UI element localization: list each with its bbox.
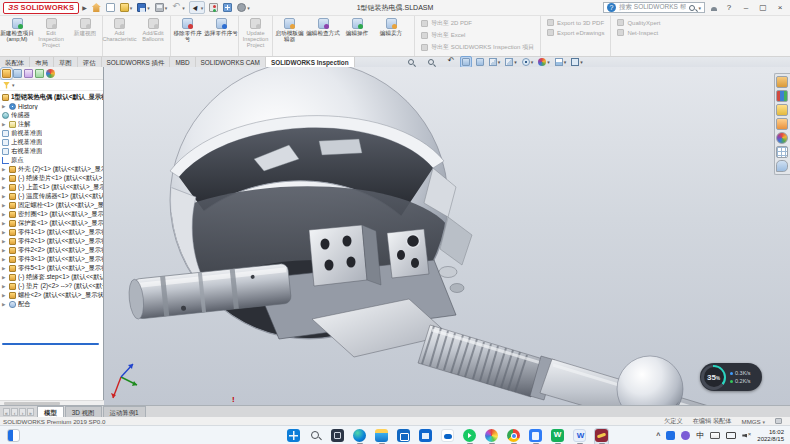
expand-arrow-icon[interactable]: ▶ (2, 203, 7, 208)
tray-app-purple-icon[interactable] (681, 431, 690, 440)
ribbon-tab[interactable]: SOLIDWORKS 插件 (102, 57, 171, 67)
ribbon-tab[interactable]: 布局 (30, 57, 54, 67)
file-explorer-icon[interactable] (374, 428, 389, 444)
expand-arrow-icon[interactable]: ▶ (2, 266, 7, 271)
new-document-icon[interactable]: ▾ (105, 2, 116, 13)
expand-arrow-icon[interactable]: ▶ (2, 275, 7, 280)
tree-item[interactable]: ▶ 螺栓<2> (默认<<默认>_显示状态 (0, 291, 103, 300)
ribbon-button[interactable]: 选择零件序号 (204, 16, 238, 56)
displaymanager-tab[interactable] (46, 69, 55, 78)
tag-icon[interactable] (775, 418, 782, 424)
design-library-icon[interactable] (776, 90, 788, 102)
outlook-icon[interactable] (396, 428, 411, 443)
tree-item[interactable]: ▶ 原点 (0, 156, 103, 165)
tree-item[interactable]: ▶ 零件2<2> (默认<<默认>_显示状 (0, 246, 103, 255)
microsoft-store-icon[interactable] (418, 428, 433, 443)
ribbon-button[interactable]: 移除零件序号 (170, 16, 204, 56)
view-settings-icon[interactable]: ▾ (570, 57, 584, 67)
dropdown-caret-icon[interactable]: ▾ (182, 5, 185, 11)
tree-item[interactable]: ▶ 密封圈<1> (默认<<默认>_显示状 (0, 210, 103, 219)
tree-item[interactable]: ▶ History (0, 102, 103, 111)
tree-item[interactable]: ▶ (-) 上盖<1> (默认<<默认>_显示状 (0, 183, 103, 192)
open-icon[interactable]: ▾ (119, 2, 134, 13)
expand-arrow-icon[interactable]: ▶ (2, 257, 7, 262)
file-properties-icon[interactable]: ▾ (222, 2, 233, 13)
menu-expand-arrow-icon[interactable]: ▶ (82, 4, 87, 11)
search-caret-icon[interactable]: ▾ (698, 5, 701, 11)
tray-app-blue-icon[interactable] (666, 431, 675, 440)
tree-item[interactable]: ▶ 零件3<1> (默认<<默认>_显示状 (0, 255, 103, 264)
expand-arrow-icon[interactable]: ▶ (2, 293, 7, 298)
tree-item[interactable]: ▶ 注解 (0, 120, 103, 129)
widgets-button[interactable] (7, 429, 20, 442)
tree-item[interactable]: ▶ 零件2<1> (默认<<默认>_显示状 (0, 237, 103, 246)
edit-appearance-icon[interactable]: ▾ (537, 57, 551, 67)
expand-arrow-icon[interactable]: ▶ (2, 230, 7, 235)
export-menu-item[interactable]: 导出至 SOLIDWORKS Inspection 项目 (421, 43, 534, 52)
tray-chevron-icon[interactable]: ^ (656, 432, 660, 439)
hide-show-items-icon[interactable]: ▾ (521, 57, 535, 67)
ribbon-button[interactable]: Add Characteristic (102, 16, 136, 56)
tree-item[interactable]: ▶ (-) 温度传感器<1> (默认<<默认>_ (0, 192, 103, 201)
propertymanager-tab[interactable] (13, 69, 22, 78)
tree-item[interactable]: ▶ 传感器 (0, 111, 103, 120)
dropdown-caret-icon[interactable]: ▾ (130, 5, 133, 11)
wps-icon[interactable] (550, 428, 565, 444)
document-tab[interactable]: 运动算例1 (103, 406, 146, 417)
document-tab[interactable]: 3D 视图 (65, 406, 102, 417)
tree-item[interactable]: ▶ 零件1<1> (默认<<默认>_显示状态 (0, 228, 103, 237)
print-icon[interactable]: ▾ (154, 2, 169, 13)
tree-item[interactable]: ▶ (-) 绝缘套.step<1> (默认<<默认> (0, 273, 103, 282)
export-menu-item[interactable]: Export to 3D PDF (547, 19, 604, 26)
expand-arrow-icon[interactable]: ▶ (2, 104, 7, 109)
start-button[interactable] (286, 428, 301, 443)
tree-item[interactable]: ▶ 1型铠装热电偶 (默认<默认_显示状态-1 (0, 93, 103, 102)
select-cursor-icon[interactable]: ▾ (189, 1, 206, 14)
expand-arrow-icon[interactable]: ▶ (2, 284, 7, 289)
previous-view-icon[interactable]: ▾ (447, 57, 457, 67)
tree-item[interactable]: ▶ 保护套<1> (默认<<默认>_显示状 (0, 219, 103, 228)
expand-arrow-icon[interactable]: ▶ (2, 185, 7, 190)
performance-overlay[interactable]: 35% 0.3K/s 0.2K/s (700, 363, 762, 391)
options-gear-icon[interactable]: ▾ (236, 2, 251, 13)
save-icon[interactable]: ▾ (136, 2, 151, 13)
tab-nav-arrows[interactable]: «‹›» (3, 408, 34, 416)
solidworks-resources-icon[interactable] (776, 76, 788, 88)
document-tab[interactable]: 模型 (37, 406, 64, 417)
expand-arrow-icon[interactable]: ▶ (2, 194, 7, 199)
export-menu-item[interactable]: QualityXpert (617, 19, 660, 26)
ribbon-button[interactable]: Edit Inspection Project (34, 16, 68, 56)
dropdown-caret-icon[interactable]: ▾ (247, 5, 250, 11)
ime-indicator[interactable]: 中 (696, 430, 704, 441)
dimxpertmanager-tab[interactable] (35, 69, 44, 78)
color-wheel-app-icon[interactable] (484, 428, 499, 444)
dropdown-caret-icon[interactable]: ▾ (147, 5, 150, 11)
custom-properties-icon[interactable] (776, 146, 788, 158)
tree-item[interactable]: ▶ 固定螺栓<1> (默认<<默认>_显示 (0, 201, 103, 210)
dynamic-annotation-icon[interactable]: ▾ (475, 57, 485, 67)
graphics-area[interactable]: ! (104, 67, 790, 405)
monitor-icon[interactable] (726, 432, 736, 439)
ribbon-button[interactable]: 启动模板编辑器 (272, 16, 306, 56)
configurationmanager-tab[interactable] (24, 69, 33, 78)
tree-item[interactable]: ▶ 右视基准面 (0, 147, 103, 156)
tree-item[interactable]: ▶ 零件5<1> (默认<<默认>_显示状 (0, 264, 103, 273)
export-menu-item[interactable]: Export eDrawings (547, 29, 604, 36)
tree-item[interactable]: ▶ 前视基准面 (0, 129, 103, 138)
display-style-icon[interactable]: ▾ (504, 57, 518, 67)
close-button[interactable]: × (774, 3, 786, 12)
appearances-scenes-icon[interactable] (776, 132, 788, 144)
ribbon-button[interactable]: Update Inspection Project (238, 16, 272, 56)
restore-button[interactable]: ▢ (757, 3, 769, 12)
dropdown-caret-icon[interactable]: ▾ (165, 5, 168, 11)
expand-arrow-icon[interactable]: ▶ (2, 239, 7, 244)
zoom-area-icon[interactable]: ▾ (427, 57, 444, 67)
task-view-button[interactable] (330, 428, 345, 443)
expand-arrow-icon[interactable]: ▶ (2, 302, 7, 307)
rebuild-icon[interactable]: ▾ (208, 2, 219, 13)
filter-caret-icon[interactable]: ▾ (12, 82, 15, 88)
search-icon[interactable] (689, 5, 695, 11)
expand-arrow-icon[interactable]: ▶ (2, 248, 7, 253)
expand-arrow-icon[interactable]: ▶ (2, 167, 7, 172)
view-palette-icon[interactable] (776, 118, 788, 130)
